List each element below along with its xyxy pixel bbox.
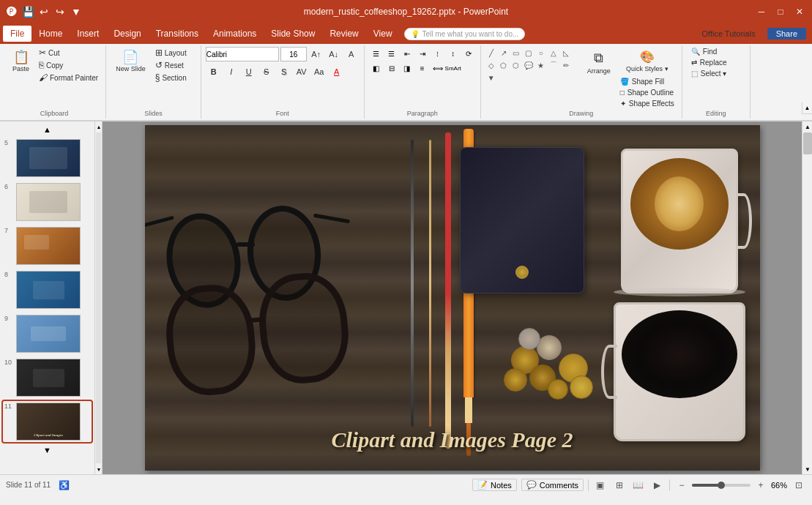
panel-scroll-down[interactable]: ▼ bbox=[3, 445, 92, 455]
shape-rounded-rect[interactable]: ▢ bbox=[523, 47, 534, 59]
increase-font-button[interactable]: A↑ bbox=[308, 47, 324, 61]
format-painter-button[interactable]: 🖌 Format Painter bbox=[36, 72, 101, 83]
quick-styles-button[interactable]: 🎨 Quick Styles ▾ bbox=[617, 47, 677, 75]
menu-view[interactable]: View bbox=[366, 26, 400, 42]
slide-thumb-8[interactable]: 8 bbox=[3, 269, 92, 310]
menu-home[interactable]: Home bbox=[31, 26, 70, 42]
shape-oval[interactable]: ○ bbox=[535, 47, 547, 59]
slideshow-button[interactable]: ▶ bbox=[650, 478, 665, 493]
zoom-out-button[interactable]: − bbox=[674, 478, 689, 493]
increase-indent-button[interactable]: ⇥ bbox=[415, 47, 430, 60]
shape-star[interactable]: ★ bbox=[535, 59, 547, 71]
panel-scroll-up[interactable]: ▲ bbox=[3, 124, 92, 135]
menu-animations[interactable]: Animations bbox=[206, 26, 264, 42]
smartart-button[interactable]: SmArt bbox=[446, 61, 461, 75]
zoom-slider[interactable] bbox=[692, 484, 750, 487]
align-text-button[interactable]: ⟺ bbox=[431, 61, 445, 75]
scroll-thumb[interactable] bbox=[803, 132, 812, 154]
arrange-button[interactable]: ⧉ Arrange bbox=[582, 47, 616, 78]
slide-thumb-6[interactable]: 6 bbox=[3, 182, 92, 222]
italic-button[interactable]: I bbox=[223, 64, 239, 79]
slide-canvas[interactable]: Clipart and Images Page 2 bbox=[145, 125, 760, 471]
shape-rect[interactable]: ▭ bbox=[510, 47, 522, 59]
menu-file[interactable]: File bbox=[3, 26, 31, 42]
align-left-button[interactable]: ◧ bbox=[369, 61, 384, 75]
fit-slide-button[interactable]: ⊡ bbox=[791, 478, 806, 493]
shape-more[interactable]: ▼ bbox=[485, 72, 497, 83]
slide-thumb-7[interactable]: 7 bbox=[3, 225, 92, 266]
menu-slideshow[interactable]: Slide Show bbox=[264, 26, 322, 42]
text-direction-button[interactable]: ⟳ bbox=[461, 47, 476, 60]
shape-effects-button[interactable]: ✦ Shape Effects bbox=[617, 99, 677, 108]
slide-thumb-5[interactable]: 5 bbox=[3, 138, 92, 179]
shape-arrow[interactable]: ↗ bbox=[498, 47, 510, 59]
menu-insert[interactable]: Insert bbox=[70, 26, 106, 42]
office-tutorials-button[interactable]: Office Tutorials bbox=[693, 28, 764, 40]
reset-button[interactable]: ↺ Reset bbox=[152, 59, 196, 71]
comments-button[interactable]: 💬 Comments bbox=[521, 479, 584, 491]
maximize-button[interactable]: □ bbox=[774, 5, 787, 18]
zoom-in-button[interactable]: + bbox=[753, 478, 768, 493]
scroll-up-arrow[interactable]: ▲ bbox=[95, 121, 103, 132]
menu-design[interactable]: Design bbox=[106, 26, 148, 42]
accessibility-icon[interactable]: ♿ bbox=[56, 478, 71, 493]
reading-view-button[interactable]: 📖 bbox=[631, 478, 646, 493]
decrease-indent-button[interactable]: ⇤ bbox=[400, 47, 414, 60]
shape-rt-triangle[interactable]: ◺ bbox=[560, 47, 572, 59]
notes-button[interactable]: 📝 Notes bbox=[472, 479, 517, 491]
strikethrough-button[interactable]: S bbox=[258, 64, 275, 79]
shape-freeform[interactable]: ✏ bbox=[560, 59, 572, 71]
underline-button[interactable]: U bbox=[241, 64, 257, 79]
shape-line[interactable]: ╱ bbox=[485, 47, 497, 59]
bullets-button[interactable]: ☰ bbox=[369, 47, 384, 60]
slide-thumb-10[interactable]: 10 bbox=[3, 357, 92, 398]
find-button[interactable]: 🔍 Find bbox=[687, 47, 745, 56]
font-spacing-button[interactable]: AV bbox=[294, 64, 310, 79]
shape-hex[interactable]: ⬡ bbox=[510, 59, 522, 71]
tell-me-input[interactable]: 💡 Tell me what you want to do... bbox=[404, 28, 526, 40]
clear-format-button[interactable]: A bbox=[343, 47, 360, 61]
justify-button[interactable]: ≡ bbox=[415, 61, 430, 75]
close-button[interactable]: ✕ bbox=[793, 5, 806, 18]
slide-sorter-button[interactable]: ⊞ bbox=[612, 478, 627, 493]
font-color-button[interactable]: A bbox=[329, 64, 345, 79]
decrease-font-button[interactable]: A↓ bbox=[326, 47, 342, 61]
cut-button[interactable]: ✂ Cut bbox=[36, 47, 101, 59]
numbering-button[interactable]: ☰ bbox=[384, 47, 399, 60]
normal-view-button[interactable]: ▣ bbox=[593, 478, 608, 493]
share-button[interactable]: Share bbox=[767, 28, 806, 40]
paste-button[interactable]: 📋 Paste bbox=[7, 47, 34, 76]
font-size-input[interactable] bbox=[280, 47, 307, 61]
shape-callout[interactable]: 💬 bbox=[523, 59, 534, 71]
slide-thumb-9[interactable]: 9 bbox=[3, 313, 92, 354]
scroll-down-arrow[interactable]: ▼ bbox=[95, 464, 103, 474]
shape-curve[interactable]: ⌒ bbox=[548, 59, 559, 71]
columns-button[interactable]: ⫶ bbox=[431, 47, 445, 60]
slide-thumb-11[interactable]: 11 Clipart and Images bbox=[3, 401, 92, 442]
ribbon-collapse-button[interactable]: ▲ bbox=[802, 102, 812, 114]
bold-button[interactable]: B bbox=[206, 64, 222, 79]
save-icon[interactable]: 💾 bbox=[22, 6, 34, 18]
shape-pentagon[interactable]: ⬠ bbox=[498, 59, 510, 71]
copy-button[interactable]: ⎘ Copy bbox=[36, 59, 101, 71]
section-button[interactable]: § Section bbox=[152, 72, 196, 83]
redo-icon[interactable]: ↪ bbox=[54, 6, 66, 18]
menu-review[interactable]: Review bbox=[322, 26, 365, 42]
scroll-up-button[interactable]: ▲ bbox=[802, 121, 812, 132]
change-case-button[interactable]: Aa bbox=[311, 64, 327, 79]
font-name-input[interactable] bbox=[206, 47, 279, 61]
shape-outline-button[interactable]: □ Shape Outline bbox=[617, 88, 677, 97]
line-spacing-button[interactable]: ↕ bbox=[446, 47, 461, 60]
shape-fill-button[interactable]: 🪣 Shape Fill bbox=[617, 77, 677, 86]
align-right-button[interactable]: ◨ bbox=[400, 61, 414, 75]
shape-triangle[interactable]: △ bbox=[548, 47, 559, 59]
shadow-button[interactable]: S bbox=[276, 64, 292, 79]
scroll-down-button[interactable]: ▼ bbox=[802, 464, 812, 474]
minimize-button[interactable]: ─ bbox=[755, 5, 768, 18]
new-slide-button[interactable]: 📄 New Slide bbox=[111, 47, 151, 76]
menu-transitions[interactable]: Transitions bbox=[149, 26, 206, 42]
customize-icon[interactable]: ▼ bbox=[70, 6, 82, 18]
select-button[interactable]: ⬚ Select ▾ bbox=[687, 69, 745, 78]
undo-icon[interactable]: ↩ bbox=[38, 6, 50, 18]
replace-button[interactable]: ⇄ Replace bbox=[687, 58, 745, 67]
